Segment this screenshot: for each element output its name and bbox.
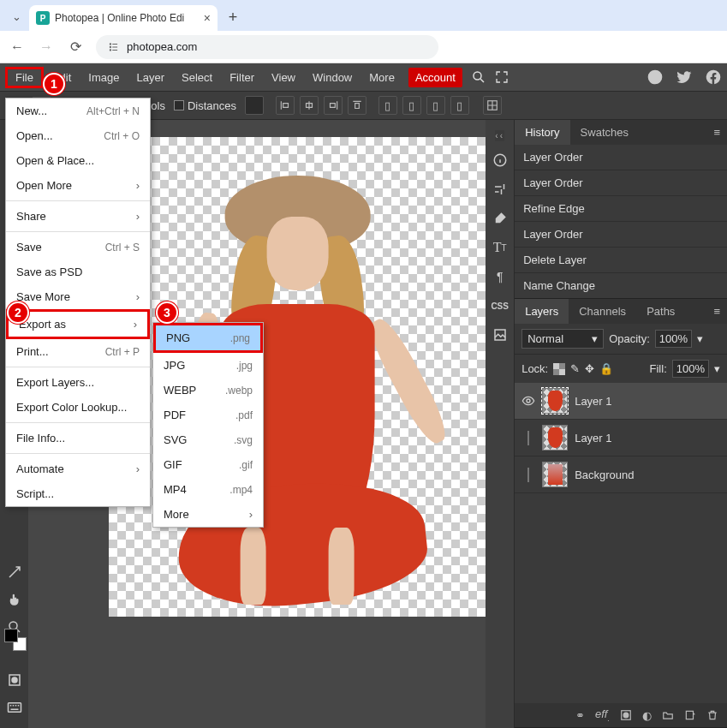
download-icon[interactable] (245, 96, 264, 115)
export-pdf[interactable]: PDF.pdf (153, 403, 263, 427)
distribute-1-icon[interactable]: ▯ (378, 96, 397, 115)
facebook-icon[interactable] (705, 69, 722, 86)
export-gif[interactable]: GIF.gif (153, 452, 263, 477)
fullscreen-icon[interactable] (495, 70, 509, 84)
align-left-icon[interactable] (276, 96, 295, 115)
file-menu-automate[interactable]: Automate› (6, 456, 150, 481)
new-group-icon[interactable] (662, 709, 674, 721)
grid-icon[interactable] (483, 96, 502, 115)
layer-thumbnail[interactable] (542, 388, 568, 414)
distribute-3-icon[interactable]: ▯ (426, 96, 445, 115)
history-item[interactable]: Layer Order (515, 170, 727, 196)
tool-slice-icon[interactable] (3, 560, 27, 584)
effects-icon[interactable]: eff. (595, 707, 610, 723)
brush-panel-icon[interactable] (490, 208, 510, 229)
lock-move-icon[interactable]: ✥ (585, 362, 594, 375)
type-panel-icon[interactable]: TT (490, 237, 510, 258)
fg-color-swatch[interactable] (4, 629, 18, 642)
history-panel-menu-icon[interactable]: ≡ (706, 122, 727, 142)
layer-visibility-icon[interactable] (521, 432, 535, 445)
paragraph-panel-icon[interactable]: ¶ (490, 266, 510, 287)
file-menu-open[interactable]: Open...Ctrl + O (6, 123, 150, 148)
file-menu-save-as-psd[interactable]: Save as PSD (6, 260, 150, 284)
file-menu-save-more[interactable]: Save More› (6, 284, 150, 309)
menu-layer[interactable]: Layer (128, 67, 174, 88)
history-item[interactable]: Layer Order (515, 145, 727, 170)
link-layers-icon[interactable]: ⚭ (575, 709, 585, 722)
adjustment-layer-icon[interactable]: ◐ (642, 709, 652, 722)
layer-name[interactable]: Background (575, 468, 634, 481)
layer-visibility-icon[interactable] (521, 394, 535, 408)
history-item[interactable]: Name Change (515, 273, 727, 298)
delete-layer-icon[interactable] (706, 709, 718, 721)
file-menu-export-layers[interactable]: Export Layers... (6, 370, 150, 395)
export-svg[interactable]: SVG.svg (153, 427, 263, 452)
layers-panel-menu-icon[interactable]: ≡ (706, 301, 727, 321)
tab-layers[interactable]: Layers (515, 299, 569, 324)
site-settings-icon[interactable] (108, 41, 120, 53)
file-menu-new[interactable]: New...Alt+Ctrl + N (6, 98, 150, 123)
align-hcenter-icon[interactable] (300, 96, 319, 115)
forward-button[interactable]: → (38, 39, 55, 55)
tab-paths[interactable]: Paths (636, 299, 685, 324)
distribute-2-icon[interactable]: ▯ (402, 96, 421, 115)
search-icon[interactable] (471, 69, 486, 85)
export-png[interactable]: PNG.png (153, 323, 263, 353)
opacity-value[interactable]: 100% (655, 330, 692, 348)
export-jpg[interactable]: JPG.jpg (153, 353, 263, 378)
info-panel-icon[interactable] (490, 150, 510, 170)
layer-visibility-icon[interactable] (521, 468, 535, 481)
history-item[interactable]: Delete Layer (515, 248, 727, 273)
export-more[interactable]: More› (153, 502, 263, 527)
lock-paint-icon[interactable]: ✎ (570, 362, 580, 375)
menu-file[interactable]: File (5, 67, 44, 88)
new-layer-icon[interactable] (684, 709, 696, 721)
align-top-icon[interactable] (348, 96, 366, 115)
browser-tab[interactable]: P Photopea | Online Photo Edi × (29, 5, 218, 31)
blend-mode-select[interactable]: Normal ▾ (521, 329, 604, 349)
reddit-icon[interactable] (647, 69, 664, 86)
tab-history[interactable]: History (515, 120, 569, 145)
panel-collapse-icon[interactable]: ‹‹ (495, 130, 504, 141)
menu-more[interactable]: More (361, 67, 403, 88)
url-field[interactable]: photopea.com (96, 35, 438, 59)
layer-row[interactable]: Layer 1 (515, 383, 727, 420)
tab-swatches[interactable]: Swatches (570, 120, 639, 145)
layer-thumbnail[interactable] (542, 462, 568, 487)
file-menu-share[interactable]: Share› (6, 204, 150, 229)
adjustments-panel-icon[interactable] (490, 179, 510, 200)
fill-value[interactable]: 100% (672, 360, 709, 378)
tool-hand-icon[interactable] (3, 588, 27, 612)
css-panel-icon[interactable]: CSS (490, 295, 510, 316)
distribute-4-icon[interactable]: ▯ (450, 96, 469, 115)
layer-row[interactable]: Layer 1 (515, 420, 727, 456)
file-menu-open-place[interactable]: Open & Place... (6, 148, 150, 173)
history-item[interactable]: Layer Order (515, 222, 727, 248)
twitter-icon[interactable] (676, 69, 693, 86)
menu-view[interactable]: View (263, 67, 304, 88)
export-webp[interactable]: WEBP.webp (153, 378, 263, 403)
file-menu-open-more[interactable]: Open More› (6, 173, 150, 198)
layer-name[interactable]: Layer 1 (575, 395, 611, 408)
reload-button[interactable]: ⟳ (67, 39, 84, 55)
layer-name[interactable]: Layer 1 (575, 432, 611, 445)
distances-checkbox[interactable]: Distances (174, 99, 236, 112)
menu-filter[interactable]: Filter (221, 67, 263, 88)
thumbnail-panel-icon[interactable] (490, 325, 510, 345)
tab-channels[interactable]: Channels (569, 299, 636, 324)
file-menu-export-color-lookup[interactable]: Export Color Lookup... (6, 395, 150, 420)
layer-row[interactable]: Background (515, 456, 727, 493)
tool-keyboard-icon[interactable] (3, 695, 27, 719)
tool-quickmask-icon[interactable] (3, 668, 27, 692)
lock-transparency-icon[interactable] (553, 363, 565, 375)
menu-window[interactable]: Window (304, 67, 361, 88)
color-swatches[interactable] (4, 629, 27, 651)
file-menu-script[interactable]: Script... (6, 481, 150, 506)
file-menu-save[interactable]: SaveCtrl + S (6, 235, 150, 260)
fill-slider-icon[interactable]: ▾ (714, 362, 720, 375)
browser-tab-dropdown[interactable]: ⌄ (7, 7, 26, 26)
opacity-slider-icon[interactable]: ▾ (697, 332, 703, 345)
close-tab-icon[interactable]: × (204, 11, 211, 25)
menu-account[interactable]: Account (408, 68, 462, 87)
file-menu-print[interactable]: Print...Ctrl + P (6, 339, 150, 364)
